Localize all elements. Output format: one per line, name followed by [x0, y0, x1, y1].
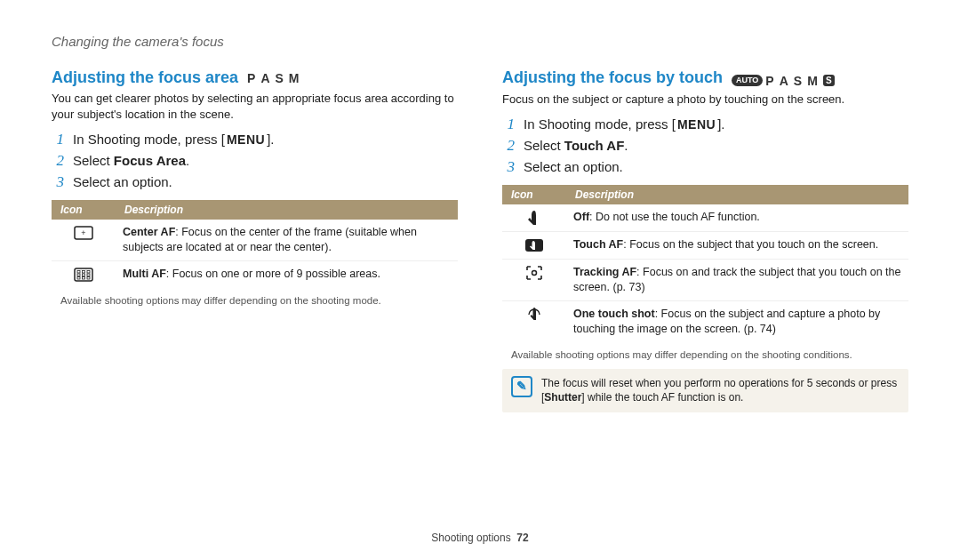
- step-text: Select Focus Area.: [73, 153, 189, 168]
- left-mode-icons: P A S M: [247, 71, 301, 85]
- right-title: Adjusting the focus by touch: [502, 68, 723, 87]
- step-item: 1 In Shooting mode, press [MENU].: [52, 131, 458, 148]
- right-options-table: Icon Description Off: Do not use the tou…: [502, 185, 908, 342]
- step-item: 3 Select an option.: [502, 158, 908, 176]
- table-cell-desc: Touch AF: Focus on the subject that you …: [566, 232, 908, 260]
- step-item: 2 Select Focus Area.: [52, 152, 458, 170]
- table-header-icon: Icon: [52, 200, 116, 220]
- right-steps-list: 1 In Shooting mode, press [MENU]. 2 Sele…: [502, 116, 908, 176]
- right-heading-line: Adjusting the focus by touch AUTO P A S …: [502, 68, 908, 88]
- mode-a-icon: A: [260, 71, 272, 85]
- step-number: 2: [502, 137, 515, 155]
- left-footnote: Available shooting options may differ de…: [60, 295, 458, 306]
- step-text: Select an option.: [524, 159, 623, 174]
- mode-s-icon: S: [794, 74, 804, 88]
- svg-rect-7: [83, 274, 85, 276]
- breadcrumb: Changing the camera's focus: [52, 34, 908, 49]
- mode-smart-icon: S: [823, 75, 835, 86]
- svg-rect-5: [87, 270, 90, 273]
- center-af-icon: +: [74, 225, 93, 241]
- table-cell-desc: Center AF: Focus on the center of the fr…: [116, 220, 458, 260]
- two-column-layout: Adjusting the focus area P A S M You can…: [52, 68, 908, 521]
- table-header-desc: Description: [566, 185, 908, 204]
- step-text: In Shooting mode, press [MENU].: [524, 116, 725, 132]
- right-column: Adjusting the focus by touch AUTO P A S …: [502, 68, 908, 521]
- table-row: One touch shot: Focus on the subject and…: [502, 300, 908, 341]
- left-title: Adjusting the focus area: [52, 68, 238, 87]
- mode-s-icon: S: [276, 71, 286, 85]
- table-header-desc: Description: [116, 200, 458, 220]
- step-item: 1 In Shooting mode, press [MENU].: [502, 116, 908, 133]
- svg-rect-10: [83, 276, 85, 279]
- touch-af-icon: [524, 237, 544, 253]
- page-footer: Shooting options 72: [52, 521, 908, 544]
- right-footnote: Available shooting options may differ de…: [511, 349, 908, 360]
- table-header-icon: Icon: [502, 185, 566, 204]
- step-item: 3 Select an option.: [52, 173, 458, 191]
- tracking-af-icon: [524, 265, 544, 281]
- svg-rect-4: [83, 270, 85, 273]
- left-steps-list: 1 In Shooting mode, press [MENU]. 2 Sele…: [52, 131, 458, 191]
- mode-p-icon: P: [247, 71, 258, 85]
- off-icon: [524, 210, 544, 226]
- mode-auto-icon: AUTO: [732, 75, 763, 86]
- step-item: 2 Select Touch AF.: [502, 137, 908, 155]
- mode-a-icon: A: [780, 74, 791, 88]
- left-options-table: Icon Description + Center AF: Focus on t…: [52, 200, 458, 288]
- footer-page-number: 72: [516, 532, 528, 544]
- one-touch-shot-icon: [524, 307, 544, 323]
- table-cell-desc: Multi AF: Focus on one or more of 9 poss…: [116, 260, 458, 288]
- menu-icon: MENU: [676, 117, 717, 132]
- table-row: Off: Do not use the touch AF function.: [502, 204, 908, 232]
- table-row: + Center AF: Focus on the center of the …: [52, 220, 458, 260]
- step-number: 3: [52, 173, 64, 191]
- step-text: Select Touch AF.: [524, 138, 628, 153]
- tip-box: ✎ The focus will reset when you perform …: [502, 369, 908, 413]
- mode-p-icon: P: [765, 74, 776, 88]
- svg-rect-8: [87, 274, 90, 276]
- step-number: 2: [52, 152, 64, 170]
- svg-text:+: +: [81, 228, 85, 237]
- mode-m-icon: M: [289, 71, 302, 85]
- table-cell-desc: Off: Do not use the touch AF function.: [566, 204, 908, 232]
- table-row: Tracking AF: Focus on and track the subj…: [502, 260, 908, 301]
- table-cell-desc: Tracking AF: Focus on and track the subj…: [566, 260, 908, 301]
- footer-section: Shooting options: [431, 532, 510, 544]
- menu-icon: MENU: [225, 132, 267, 147]
- table-row: Multi AF: Focus on one or more of 9 poss…: [52, 260, 458, 288]
- right-mode-icons: AUTO P A S M S: [732, 74, 835, 88]
- left-column: Adjusting the focus area P A S M You can…: [52, 68, 458, 521]
- step-number: 1: [502, 116, 515, 133]
- left-heading-line: Adjusting the focus area P A S M: [52, 68, 458, 87]
- left-intro-text: You can get clearer photos by selecting …: [52, 91, 458, 122]
- mode-m-icon: M: [807, 74, 820, 88]
- svg-rect-11: [87, 276, 90, 279]
- multi-af-icon: [74, 267, 93, 283]
- svg-rect-9: [77, 276, 80, 279]
- step-number: 3: [502, 158, 515, 176]
- svg-rect-3: [77, 270, 80, 273]
- tip-text: The focus will reset when you perform no…: [541, 376, 900, 406]
- table-cell-desc: One touch shot: Focus on the subject and…: [566, 300, 908, 341]
- svg-rect-6: [77, 274, 80, 276]
- table-row: Touch AF: Focus on the subject that you …: [502, 232, 908, 260]
- svg-point-13: [532, 271, 537, 276]
- right-intro-text: Focus on the subject or capture a photo …: [502, 92, 908, 108]
- step-text: In Shooting mode, press [MENU].: [73, 132, 275, 147]
- step-text: Select an option.: [73, 174, 172, 189]
- step-number: 1: [52, 131, 64, 148]
- info-icon: ✎: [511, 376, 532, 397]
